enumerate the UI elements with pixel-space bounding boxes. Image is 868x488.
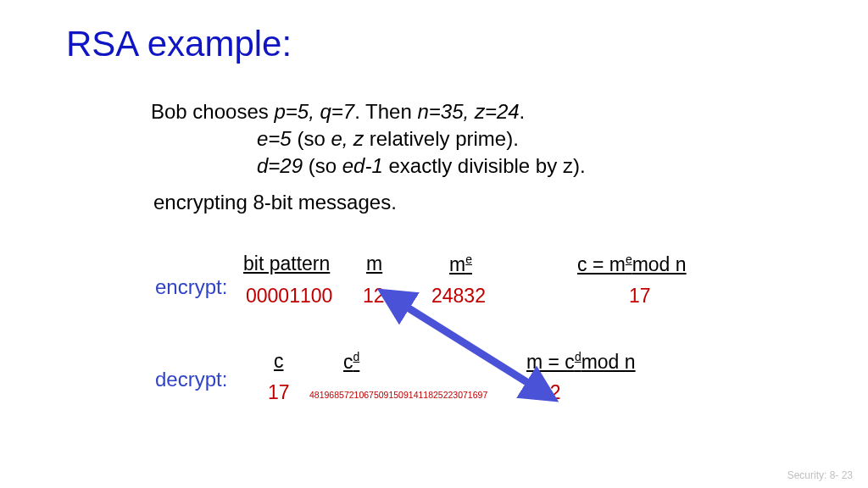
encrypt-label: encrypt:: [155, 274, 227, 301]
slide-title: RSA example:: [66, 24, 292, 64]
decrypt-label: decrypt:: [155, 366, 227, 393]
val-c-encrypt: 17: [629, 285, 651, 308]
svg-line-0: [390, 297, 546, 394]
header-m: m: [366, 252, 382, 275]
header-cd: cd: [343, 350, 359, 374]
intro-line-4: encrypting 8-bit messages.: [153, 189, 397, 216]
val-me: 24832: [431, 285, 486, 308]
intro-line-2: e=5 (so e, z relatively prime).: [257, 125, 519, 152]
header-me: me: [449, 252, 472, 276]
header-encrypt-formula: c = memod n: [577, 252, 687, 276]
val-m-decrypt: 12: [539, 381, 561, 404]
slide-footer: Security: 8- 23: [787, 469, 853, 481]
val-m-encrypt: 12: [363, 285, 385, 308]
val-bit-pattern: 00001100: [246, 285, 332, 308]
intro-line-1: Bob chooses p=5, q=7. Then n=35, z=24.: [151, 98, 525, 125]
arrow-graphic: [0, 0, 868, 488]
header-c: c: [274, 350, 284, 373]
intro-line-3: d=29 (so ed-1 exactly divisible by z).: [257, 152, 586, 180]
val-c-decrypt: 17: [268, 381, 290, 404]
val-cd: 481968572106750915091411825223071697: [309, 390, 487, 400]
header-bit-pattern: bit pattern: [243, 252, 330, 275]
header-decrypt-formula: m = cdmod n: [526, 350, 636, 374]
